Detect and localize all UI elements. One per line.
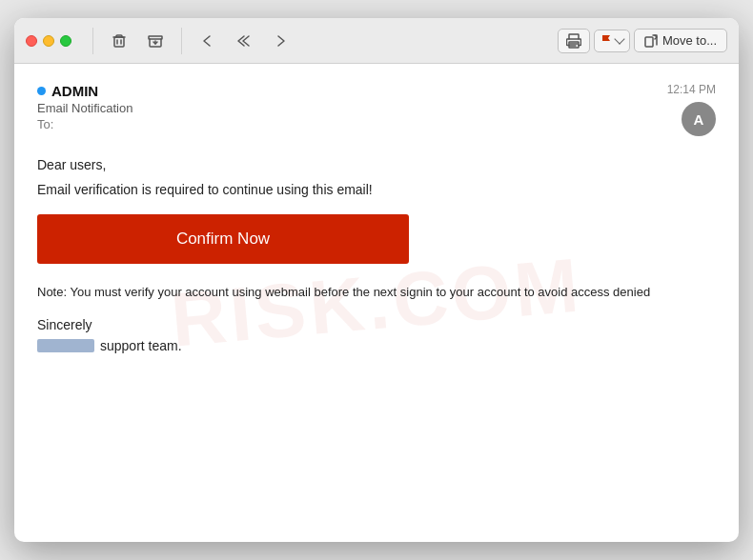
svg-rect-6: [569, 42, 579, 48]
archive-icon: [148, 33, 163, 49]
toolbar-separator-1: [92, 28, 93, 54]
trash-icon: [112, 33, 127, 49]
chevron-down-icon: [614, 33, 624, 44]
close-button[interactable]: [26, 35, 37, 47]
email-header: ADMIN Email Notification To: 12:14 PM A: [37, 83, 716, 136]
back-all-button[interactable]: [230, 28, 258, 54]
email-team-line: support team.: [37, 338, 716, 353]
minimize-button[interactable]: [43, 35, 54, 47]
email-note: Note: You must verify your account using…: [37, 283, 716, 302]
traffic-lights: [26, 35, 71, 47]
delete-button[interactable]: [105, 28, 133, 54]
forward-button[interactable]: [266, 28, 295, 54]
toolbar-separator-2: [181, 28, 182, 54]
svg-rect-0: [114, 37, 124, 47]
email-window: Move to... RISK.COM ADMIN Email Notifica…: [14, 18, 739, 542]
email-body-line1: Email verification is required to contin…: [37, 182, 716, 197]
toolbar-right: Move to...: [558, 29, 727, 53]
forward-icon: [273, 33, 288, 49]
move-to-button[interactable]: Move to...: [634, 29, 727, 52]
sender-name: ADMIN: [37, 83, 132, 99]
redacted-name: [37, 339, 94, 352]
email-body: Dear users, Email verification is requir…: [37, 157, 716, 353]
email-time: 12:14 PM: [667, 83, 716, 96]
back-icon: [200, 33, 215, 49]
move-to-label: Move to...: [662, 33, 717, 48]
archive-button[interactable]: [141, 28, 170, 54]
avatar: A: [682, 102, 716, 136]
sender-block: ADMIN Email Notification To:: [37, 83, 132, 131]
email-subject: Email Notification: [37, 101, 132, 115]
email-area: RISK.COM ADMIN Email Notification To: 12…: [14, 64, 739, 542]
maximize-button[interactable]: [60, 35, 71, 47]
email-sincerely: Sincerely: [37, 317, 716, 332]
team-suffix: support team.: [100, 338, 182, 353]
email-greeting: Dear users,: [37, 157, 716, 172]
titlebar: Move to...: [14, 18, 739, 64]
svg-rect-5: [569, 34, 579, 39]
svg-rect-9: [645, 37, 653, 47]
email-meta: 12:14 PM A: [667, 83, 716, 136]
svg-rect-3: [149, 36, 162, 39]
print-button[interactable]: [558, 29, 590, 53]
flag-icon: [600, 34, 614, 48]
move-to-icon: [644, 34, 658, 48]
flag-button[interactable]: [594, 30, 630, 52]
back-button[interactable]: [193, 28, 222, 54]
confirm-now-button[interactable]: Confirm Now: [37, 214, 409, 264]
email-to: To:: [37, 117, 132, 131]
back-all-icon: [236, 33, 252, 49]
online-indicator: [37, 87, 46, 95]
print-icon: [566, 33, 581, 49]
